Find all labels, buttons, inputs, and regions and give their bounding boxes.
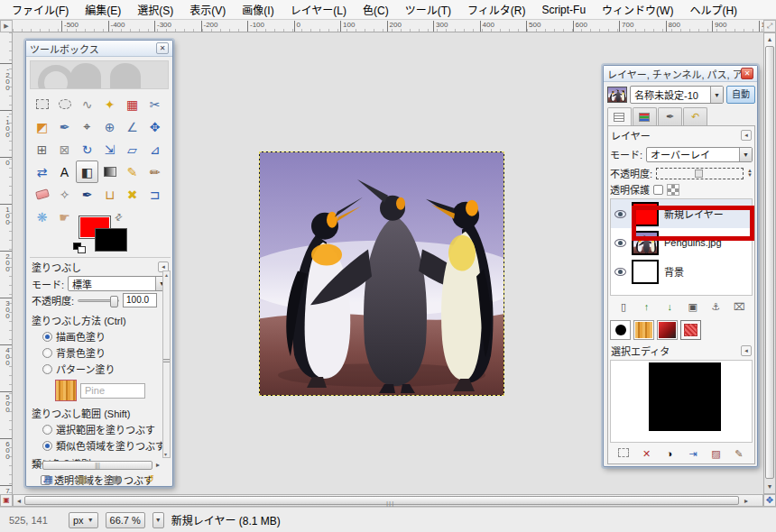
- spinner-icon[interactable]: ▲▼: [747, 169, 753, 178]
- scroll-down-arrow[interactable]: ▾: [764, 482, 775, 492]
- smudge-tool[interactable]: ☛: [53, 206, 76, 228]
- layers-dialog-titlebar[interactable]: レイヤー, チャンネル, パス, ア... ✕: [604, 66, 757, 82]
- opacity-value[interactable]: 100.0: [123, 293, 157, 307]
- anchor-layer-button[interactable]: ⚓: [707, 299, 724, 314]
- vertical-scrollbar[interactable]: ▴ ▾: [763, 32, 776, 494]
- lock-alpha-checkbox[interactable]: [653, 185, 663, 195]
- airbrush-tool[interactable]: ✧: [53, 183, 76, 206]
- vertical-scroll-thumb[interactable]: [765, 46, 774, 479]
- close-icon[interactable]: ✕: [741, 68, 753, 79]
- affected-area-radio-2[interactable]: [42, 441, 52, 451]
- visibility-eye-icon[interactable]: [614, 268, 626, 276]
- options-horizontal-scrollbar[interactable]: ◂ ||| ▸: [32, 460, 163, 471]
- raise-layer-button[interactable]: ↑: [639, 299, 655, 314]
- ink-tool[interactable]: ✒: [76, 183, 98, 206]
- restore-options-button[interactable]: ▩: [75, 472, 89, 485]
- pattern-swatch[interactable]: [55, 380, 77, 401]
- horizontal-ruler[interactable]: -500-400-300-200-10001002003004005006007…: [13, 20, 763, 32]
- duplicate-layer-button[interactable]: ▣: [685, 299, 701, 314]
- reset-options-button[interactable]: ↺: [143, 472, 157, 485]
- blur-sharpen-tool[interactable]: ❋: [31, 206, 53, 228]
- fill-type-radio-2[interactable]: [42, 348, 52, 358]
- default-colors-icon[interactable]: [73, 243, 87, 254]
- layers-dialog-window[interactable]: レイヤー, チャンネル, パス, ア... ✕ 名称未設定-10▼ 自動 ✒ ↶…: [603, 65, 758, 467]
- visibility-eye-icon[interactable]: [614, 239, 626, 247]
- zoom-combo[interactable]: 66.7 %: [106, 512, 145, 528]
- zoom-tool[interactable]: ⊕: [98, 115, 121, 138]
- stroke-selection-button[interactable]: ✎: [731, 446, 747, 461]
- image-selector-combo[interactable]: 名称未設定-10▼: [630, 86, 724, 104]
- move-tool[interactable]: ✥: [143, 115, 166, 138]
- image-canvas[interactable]: [259, 151, 504, 396]
- patterns-mini-tab[interactable]: [633, 320, 654, 340]
- menu-item-8[interactable]: ツール(T): [397, 0, 459, 20]
- invert-selection-button[interactable]: ◑: [661, 446, 678, 461]
- unit-combo[interactable]: px▼: [69, 512, 98, 528]
- undo-history-tab[interactable]: ↶: [683, 107, 707, 125]
- menu-item-4[interactable]: 表示(V): [181, 0, 234, 20]
- ruler-menu-button[interactable]: ▶: [0, 20, 13, 32]
- scroll-up-arrow[interactable]: ▴: [764, 34, 775, 45]
- perspective-clone-tool[interactable]: ⊐: [143, 183, 166, 206]
- flip-tool[interactable]: ⇄: [31, 161, 53, 183]
- menu-item-9[interactable]: フィルタ(R): [459, 0, 533, 20]
- eraser-tool[interactable]: [31, 183, 53, 206]
- scale-tool[interactable]: ⇲: [98, 138, 121, 161]
- navigation-preview-button[interactable]: ✥: [763, 494, 776, 507]
- clone-tool[interactable]: ⊔: [98, 183, 121, 206]
- menu-item-6[interactable]: レイヤー(L): [282, 0, 355, 20]
- menu-item-5[interactable]: 画像(I): [234, 0, 282, 20]
- vertical-ruler[interactable]: -200-1000100200300400500600700: [0, 32, 13, 494]
- layer-row[interactable]: 新規レイヤー: [611, 199, 752, 228]
- ellipse-select-tool[interactable]: [53, 93, 76, 115]
- fuzzy-select-tool[interactable]: ✦: [98, 93, 121, 115]
- measure-tool[interactable]: ∠: [121, 115, 143, 138]
- free-select-tool[interactable]: ∿: [76, 93, 98, 115]
- selection-to-path-button[interactable]: ▨: [707, 446, 724, 461]
- scroll-right-arrow[interactable]: ▸: [741, 496, 752, 507]
- layer-row[interactable]: Penguins.jpg: [611, 228, 752, 257]
- toolbox-titlebar[interactable]: ツールボックス ✕: [26, 41, 172, 57]
- text-tool[interactable]: A: [53, 161, 76, 183]
- zoom-fit-toggle-button[interactable]: ⤢: [763, 20, 776, 32]
- rotate-tool[interactable]: ↻: [76, 138, 98, 161]
- scroll-right-arrow[interactable]: ▸: [152, 460, 163, 471]
- horizontal-scrollbar[interactable]: ◂ ||| ▸: [13, 494, 763, 507]
- layer-opacity-slider[interactable]: [656, 168, 744, 179]
- pencil-tool[interactable]: ✎: [121, 161, 143, 183]
- options-scrollbar[interactable]: ▴▾: [162, 271, 171, 458]
- foreground-select-tool[interactable]: ◩: [31, 115, 53, 138]
- blend-tool[interactable]: [98, 161, 121, 183]
- menu-item-12[interactable]: ヘルプ(H): [681, 0, 745, 20]
- channels-tab[interactable]: [633, 107, 657, 125]
- menu-item-7[interactable]: 色(C): [355, 0, 397, 20]
- paintbrush-tool[interactable]: ✏: [143, 161, 166, 183]
- menu-item-3[interactable]: 選択(S): [129, 0, 181, 20]
- save-options-button[interactable]: ▦: [42, 472, 56, 485]
- perspective-tool[interactable]: ⊿: [143, 138, 166, 161]
- layer-row[interactable]: 背景: [611, 257, 752, 286]
- layer-mode-combo[interactable]: オーバーレイ▼: [646, 147, 753, 162]
- zoom-dropdown-button[interactable]: ▼: [152, 512, 164, 528]
- menu-item-11[interactable]: ウィンドウ(W): [594, 0, 681, 20]
- fill-type-radio-1[interactable]: [42, 332, 52, 342]
- selection-preview[interactable]: [610, 360, 753, 443]
- lower-layer-button[interactable]: ↓: [661, 299, 678, 314]
- scroll-left-arrow[interactable]: ◂: [32, 460, 42, 471]
- menu-item-10[interactable]: Script-Fu: [533, 1, 594, 19]
- new-layer-button[interactable]: ▯: [615, 299, 632, 314]
- select-all-button[interactable]: [615, 446, 632, 461]
- close-icon[interactable]: ✕: [156, 42, 169, 54]
- align-tool[interactable]: ⊞: [31, 138, 53, 161]
- menu-item-2[interactable]: 編集(E): [77, 0, 129, 20]
- save-to-channel-button[interactable]: ⇥: [685, 446, 701, 461]
- fill-mode-combo[interactable]: 標準▼: [68, 276, 169, 291]
- scissors-select-tool[interactable]: ✂: [143, 93, 166, 115]
- quick-mask-toggle[interactable]: ▣: [0, 494, 13, 507]
- pattern-name-field[interactable]: Pine: [80, 383, 145, 399]
- affected-area-radio-1[interactable]: [42, 425, 52, 435]
- paths-tab[interactable]: ✒: [658, 107, 682, 125]
- horizontal-scroll-thumb[interactable]: |||: [24, 496, 739, 505]
- bucket-fill-tool[interactable]: ◧: [76, 161, 98, 183]
- background-color-swatch[interactable]: [95, 228, 127, 252]
